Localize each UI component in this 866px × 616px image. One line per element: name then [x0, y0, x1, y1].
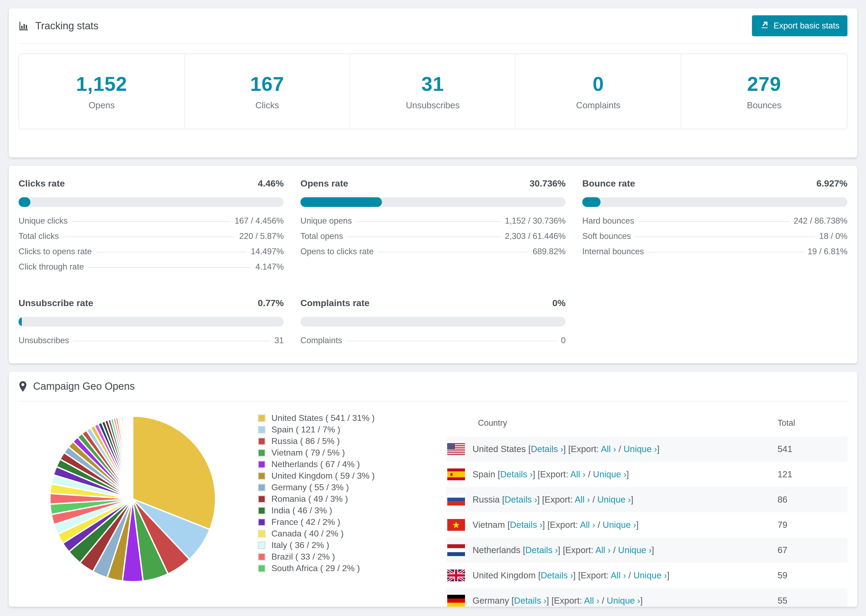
progress-bar	[19, 197, 284, 207]
legend-item[interactable]: Spain ( 121 / 7% )	[258, 424, 438, 435]
geo-table-header: CountryTotal	[446, 410, 847, 437]
export-unique-link[interactable]: Unique ›	[633, 570, 667, 580]
rate-row-label: Unsubscribes	[19, 336, 69, 345]
export-all-link[interactable]: All ›	[595, 545, 611, 555]
legend-item[interactable]: France ( 42 / 2% )	[258, 516, 438, 528]
rate-row-label: Total clicks	[19, 231, 59, 241]
rate-row-label: Opens to clicks rate	[301, 247, 373, 256]
rate-row-label: Internal bounces	[582, 247, 644, 256]
legend-swatch	[258, 553, 265, 561]
legend-swatch	[258, 472, 265, 480]
geo-pie-legend: United States ( 541 / 31% )Spain ( 121 /…	[250, 402, 438, 607]
export-all-link[interactable]: All ›	[584, 596, 599, 605]
rate-row-label: Hard bounces	[582, 216, 634, 226]
geo-table-row: United Kingdom [Details ›] [Export: All …	[446, 563, 847, 588]
export-all-link[interactable]: All ›	[575, 495, 590, 504]
export-all-link[interactable]: All ›	[611, 570, 626, 580]
geo-table-row-country: Spain [Details ›] [Export: All › / Uniqu…	[446, 468, 778, 480]
details-link[interactable]: Details ›	[531, 444, 563, 454]
progress-bar-fill	[582, 197, 601, 207]
geo-table-row-country: United Kingdom [Details ›] [Export: All …	[446, 569, 778, 581]
geo-row-text: Russia [Details ›] [Export: All › / Uniq…	[472, 495, 633, 505]
geo-row-text: United Kingdom [Details ›] [Export: All …	[472, 570, 669, 580]
legend-item[interactable]: United Kingdom ( 59 / 3% )	[258, 470, 438, 482]
legend-label: Russia ( 86 / 5% )	[271, 436, 340, 446]
legend-item[interactable]: Brazil ( 33 / 2% )	[258, 551, 438, 563]
legend-item[interactable]: India ( 46 / 3% )	[258, 505, 438, 516]
legend-item[interactable]: Germany ( 55 / 3% )	[258, 482, 438, 493]
dotted-leader	[346, 341, 557, 341]
legend-item[interactable]: Russia ( 86 / 5% )	[258, 435, 438, 447]
rate-row-label: Click through rate	[19, 262, 84, 272]
stat-value: 1,152	[76, 72, 127, 96]
rate-head: Complaints rate0%	[301, 298, 565, 308]
legend-item[interactable]: Romania ( 49 / 3% )	[258, 493, 438, 505]
export-basic-stats-button[interactable]: Export basic stats	[752, 15, 847, 36]
rate-row: Unique opens1,152 / 30.736%	[301, 216, 565, 231]
rate-section-bounces: Bounce rate6.927%Hard bounces242 / 86.73…	[582, 171, 847, 277]
legend-item[interactable]: United States ( 541 / 31% )	[258, 412, 438, 424]
rate-row-value: 0	[561, 336, 565, 345]
legend-item[interactable]: Italy ( 36 / 2% )	[258, 539, 438, 551]
stat-value: 0	[593, 72, 604, 96]
progress-bar	[301, 197, 565, 207]
legend-item[interactable]: Canada ( 40 / 2% )	[258, 528, 438, 539]
rate-row-label: Total opens	[301, 231, 343, 241]
legend-swatch	[258, 449, 265, 457]
geo-table-row-total: 67	[778, 545, 847, 555]
legend-item[interactable]: Vietnam ( 79 / 5% )	[258, 447, 438, 459]
legend-label: India ( 46 / 3% )	[271, 506, 332, 515]
dotted-leader	[638, 221, 789, 222]
dotted-leader	[63, 237, 235, 237]
details-link[interactable]: Details ›	[540, 570, 573, 580]
details-link[interactable]: Details ›	[500, 469, 533, 479]
legend-label: Spain ( 121 / 7% )	[271, 425, 340, 435]
export-all-link[interactable]: All ›	[570, 469, 586, 479]
geo-table-row-total: 86	[778, 495, 847, 505]
details-link[interactable]: Details ›	[505, 495, 537, 504]
legend-swatch	[258, 415, 265, 422]
legend-label: France ( 42 / 2% )	[271, 517, 340, 527]
tracking-stats-header: Tracking stats Export basic stats	[19, 8, 847, 44]
export-unique-link[interactable]: Unique ›	[597, 495, 631, 504]
export-icon	[760, 20, 769, 31]
geo-row-text: Vietnam [Details ›] [Export: All › / Uni…	[472, 520, 639, 530]
rate-section-opens: Opens rate30.736%Unique opens1,152 / 30.…	[301, 171, 565, 277]
stat-label: Complaints	[576, 100, 620, 110]
export-unique-link[interactable]: Unique ›	[593, 469, 627, 479]
export-unique-link[interactable]: Unique ›	[603, 520, 636, 530]
rate-row: Unique clicks167 / 4.456%	[19, 216, 284, 231]
export-all-link[interactable]: All ›	[601, 444, 616, 454]
export-all-link[interactable]: All ›	[580, 520, 595, 530]
pie-slice-53[interactable]	[132, 416, 133, 499]
legend-swatch	[258, 519, 265, 526]
legend-swatch	[258, 565, 265, 572]
flag-us-icon	[447, 443, 465, 455]
export-unique-link[interactable]: Unique ›	[607, 596, 640, 605]
rate-title: Clicks rate	[19, 178, 65, 189]
legend-item[interactable]: Netherlands ( 67 / 4% )	[258, 459, 438, 470]
details-link[interactable]: Details ›	[510, 520, 542, 530]
export-unique-link[interactable]: Unique ›	[618, 545, 652, 555]
stat-label: Bounces	[747, 100, 781, 110]
rate-title: Complaints rate	[301, 298, 370, 308]
geo-pie-chart[interactable]	[49, 415, 217, 583]
geo-header: Campaign Geo Opens	[19, 372, 847, 402]
details-link[interactable]: Details ›	[514, 596, 546, 605]
export-unique-link[interactable]: Unique ›	[624, 444, 657, 454]
legend-label: United States ( 541 / 31% )	[271, 413, 375, 423]
stat-value: 167	[250, 72, 284, 96]
legend-label: Brazil ( 33 / 2% )	[271, 552, 335, 562]
rate-title: Bounce rate	[582, 178, 635, 189]
flag-es-icon	[447, 468, 465, 480]
rate-row: Hard bounces242 / 86.738%	[582, 216, 847, 231]
rate-row-value: 19 / 6.81%	[808, 247, 847, 256]
rate-rows: Unique clicks167 / 4.456%Total clicks220…	[19, 216, 284, 277]
geo-row-text: Germany [Details ›] [Export: All › / Uni…	[472, 596, 643, 606]
rate-row: Clicks to opens rate14.497%	[19, 247, 284, 262]
dotted-leader	[378, 252, 528, 252]
details-link[interactable]: Details ›	[525, 545, 558, 555]
legend-swatch	[258, 495, 265, 503]
legend-item[interactable]: South Africa ( 29 / 2% )	[258, 563, 438, 574]
rate-value: 0.77%	[258, 298, 284, 308]
